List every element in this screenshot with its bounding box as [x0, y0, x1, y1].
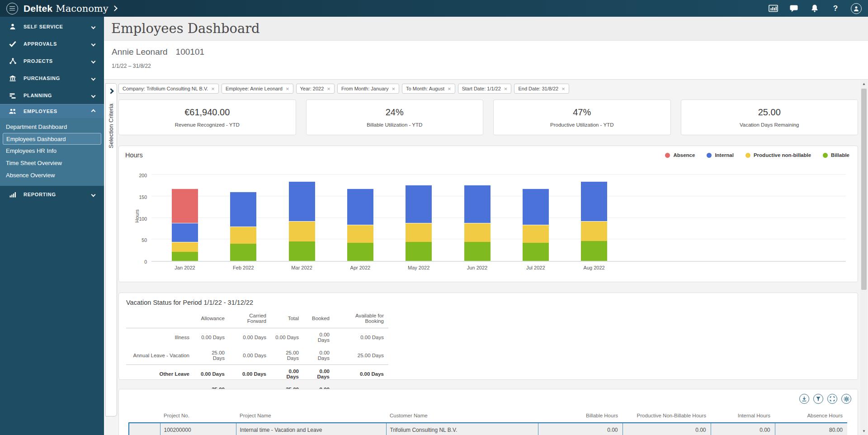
stacked-bar-jul-2022 — [523, 189, 549, 261]
scrollbar-down-arrow[interactable]: ▼ — [860, 429, 868, 433]
row-label: Illness — [126, 328, 194, 347]
brand-maconomy: Maconomy — [56, 3, 108, 14]
projects-header[interactable]: Project Name — [236, 413, 386, 423]
scrollbar-up-arrow[interactable]: ▲ — [860, 82, 868, 86]
sidebar-item-employees-dashboard[interactable]: Employees Dashboard — [3, 133, 101, 145]
close-icon[interactable]: × — [448, 86, 451, 92]
chip-label: From Month: January — [341, 86, 389, 91]
projects-header[interactable]: Internal Hours — [711, 413, 775, 423]
selection-criteria-tab[interactable]: Selection Criteria — [105, 83, 117, 416]
cell: 0.00 Days — [334, 365, 388, 383]
chart-title: Hours — [125, 151, 143, 159]
gantt-icon — [8, 92, 17, 99]
bar-segment-internal — [172, 223, 198, 242]
legend-item-productive-non-billable[interactable]: Productive non-billable — [745, 152, 811, 158]
vacation-header: Booked — [303, 310, 334, 328]
filter-chips: Company: Trifolium Consulting NL B.V.× E… — [118, 84, 858, 94]
page-title-bar: Employees Dashboard — [104, 17, 868, 41]
sidebar-item-label: SELF SERVICE — [24, 24, 63, 29]
cell-project-name: Internal time - Vacation and Leave — [236, 423, 386, 435]
chevron-down-icon — [91, 24, 96, 29]
filter-icon[interactable] — [813, 394, 823, 404]
close-icon[interactable]: × — [211, 86, 215, 92]
download-icon[interactable] — [799, 394, 809, 404]
vacation-header-empty — [126, 310, 194, 328]
row-selector-cell[interactable] — [129, 423, 160, 435]
projects-table-card: Project No. Project Name Customer Name B… — [118, 389, 858, 435]
close-icon[interactable]: × — [327, 86, 330, 92]
vacation-title: Vacation Status for Period 1/1/22 - 31/1… — [126, 299, 850, 306]
stacked-bar-may-2022 — [406, 185, 432, 261]
chip-label: Start Date: 1/1/22 — [462, 86, 501, 91]
kpi-value: 24% — [386, 107, 404, 118]
help-icon[interactable]: ? — [830, 3, 841, 14]
chip-label: Company: Trifolium Consulting NL B.V. — [123, 86, 208, 91]
check-icon — [8, 41, 17, 47]
sidebar-item-reporting[interactable]: REPORTING — [0, 186, 104, 203]
projects-header[interactable]: Customer Name — [386, 413, 538, 423]
x-tick-label: Jun 2022 — [467, 265, 487, 270]
bar-segment-productive-non-billable — [523, 225, 549, 243]
chat-icon[interactable] — [788, 3, 799, 14]
legend-item-billable[interactable]: Billable — [823, 152, 849, 158]
bell-icon[interactable] — [809, 3, 820, 14]
cell-internal-hours: 0.00 — [711, 423, 775, 435]
bar-segment-productive-non-billable — [230, 227, 256, 244]
legend-dot — [707, 153, 712, 158]
x-tick-label: Aug 2022 — [584, 265, 605, 270]
bar-segment-productive-non-billable — [289, 221, 315, 241]
sidebar-item-planning[interactable]: PLANNING — [0, 87, 104, 104]
kpi-billable-utilization: 24% Billable Utilization - YTD — [306, 99, 484, 135]
chevron-down-icon — [91, 42, 96, 46]
cell: 25.00 Days — [334, 346, 388, 365]
chevron-down-icon — [91, 192, 96, 197]
account-icon[interactable] — [851, 3, 862, 14]
bar-segment-internal — [230, 192, 256, 226]
cell-customer-name: Trifolium Consulting NL B.V. — [386, 423, 538, 435]
x-tick-label: Feb 2022 — [233, 265, 254, 270]
projects-header[interactable]: Project No. — [160, 413, 236, 423]
sidebar-item-employees[interactable]: EMPLOYEES — [0, 104, 104, 118]
gridline — [151, 174, 846, 175]
bar-segment-internal — [464, 185, 491, 223]
sidebar-item-employees-hr-info[interactable]: Employees HR Info — [0, 145, 104, 157]
projects-header-selector — [129, 413, 160, 423]
close-icon[interactable]: × — [504, 86, 508, 92]
projects-header[interactable]: Productive Non-Billable Hours — [623, 413, 711, 423]
table-row[interactable]: 100200000 Internal time - Vacation and L… — [129, 423, 847, 435]
close-icon[interactable]: × — [561, 86, 565, 92]
sidebar-item-purchasing[interactable]: PURCHASING — [0, 70, 104, 87]
legend-item-internal[interactable]: Internal — [707, 152, 734, 158]
projects-header[interactable]: Billable Hours — [538, 413, 623, 423]
stats-icon[interactable] — [768, 3, 778, 14]
scrollbar-thumb[interactable] — [861, 89, 867, 290]
chip-label: Year: 2022 — [300, 86, 324, 91]
projects-header[interactable]: Absence Hours — [775, 413, 847, 423]
x-tick-label: Mar 2022 — [291, 265, 312, 270]
bar-segment-productive-non-billable — [464, 223, 491, 242]
bar-segment-productive-non-billable — [406, 223, 432, 242]
cell: 0.00 Days — [303, 365, 334, 383]
kpi-value: 25.00 — [758, 107, 781, 118]
close-icon[interactable]: × — [286, 86, 289, 92]
cell: 0.00 Days — [194, 328, 229, 347]
sidebar-item-projects[interactable]: PROJECTS — [0, 52, 104, 70]
sidebar-item-approvals[interactable]: APPROVALS — [0, 35, 104, 52]
cell-project-no: 100200000 — [160, 423, 236, 435]
close-icon[interactable]: × — [392, 86, 395, 92]
brand-chevron-icon — [112, 5, 118, 11]
sidebar-item-time-sheet-overview[interactable]: Time Sheet Overview — [0, 157, 104, 169]
sidebar-item-department-dashboard[interactable]: Department Dashboard — [0, 121, 104, 133]
sidebar-item-label: PLANNING — [24, 93, 52, 98]
chevron-down-icon — [91, 93, 96, 98]
legend-item-absence[interactable]: Absence — [665, 152, 695, 158]
vacation-header-row: Allowance Carried Forward Total Booked A… — [126, 310, 388, 328]
settings-gear-icon[interactable] — [841, 394, 851, 404]
vertical-scrollbar[interactable]: ▲ ▼ — [860, 80, 868, 435]
hamburger-menu-icon[interactable] — [6, 3, 18, 14]
dashboard-scrollpane: Company: Trifolium Consulting NL B.V.× E… — [118, 80, 858, 435]
sidebar-item-absence-overview[interactable]: Absence Overview — [0, 169, 104, 181]
main-area: Employees Dashboard Annie Leonard 100101… — [104, 17, 868, 435]
fullscreen-icon[interactable] — [827, 394, 837, 404]
sidebar-item-self-service[interactable]: SELF SERVICE — [0, 18, 104, 35]
